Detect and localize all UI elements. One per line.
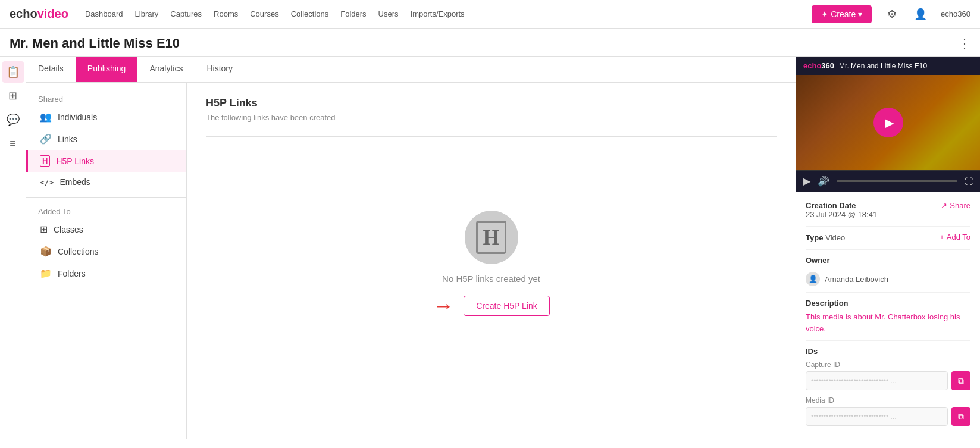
creation-date-label: Creation Date bbox=[806, 201, 877, 210]
content-wrapper: Details Publishing Analytics History Sha… bbox=[26, 57, 980, 439]
meta-divider-4 bbox=[806, 340, 970, 341]
owner-info: 👤 Amanda Leibovich bbox=[806, 272, 970, 286]
sidebar-item-collections[interactable]: 📦 Collections bbox=[26, 240, 186, 262]
meta-divider-2 bbox=[806, 249, 970, 250]
media-id-label: Media ID bbox=[806, 396, 970, 405]
progress-bar[interactable] bbox=[837, 180, 957, 182]
tab-details[interactable]: Details bbox=[26, 57, 76, 82]
play-control-icon[interactable]: ▶ bbox=[803, 176, 810, 187]
empty-state: H No H5P links created yet → Create H5P … bbox=[206, 151, 777, 377]
sidebar-item-classes[interactable]: ⊞ Classes bbox=[26, 218, 186, 240]
nav-users[interactable]: Users bbox=[378, 10, 399, 18]
creation-date-value: 23 Jul 2024 @ 18:41 bbox=[806, 210, 877, 219]
capture-id-input[interactable] bbox=[806, 371, 948, 390]
links-icon: 🔗 bbox=[40, 133, 52, 145]
page-title: Mr. Men and Little Miss E10 bbox=[10, 36, 180, 56]
copy-media-id-button[interactable]: ⧉ bbox=[951, 407, 970, 426]
tab-publishing[interactable]: Publishing bbox=[76, 57, 138, 82]
nav-dashboard[interactable]: Dashboard bbox=[85, 10, 123, 18]
sub-layout: Shared 👥 Individuals 🔗 Links H H5P Links bbox=[26, 83, 796, 439]
added-to-section-label: Added To bbox=[26, 202, 186, 218]
sidebar-icon-clipboard[interactable]: 📋 bbox=[2, 61, 24, 83]
copy-capture-id-button[interactable]: ⧉ bbox=[951, 371, 970, 390]
icon-sidebar: 📋 ⊞ 💬 ≡ bbox=[0, 57, 26, 439]
avatar: 👤 bbox=[806, 272, 820, 286]
play-icon: ▶ bbox=[885, 115, 894, 130]
red-arrow-icon: → bbox=[433, 293, 454, 318]
arrow-button-row: → Create H5P Link bbox=[433, 293, 549, 318]
description-text: This media is about Mr. Chatterbox losin… bbox=[806, 312, 960, 333]
share-button[interactable]: ↗ Share bbox=[941, 201, 970, 210]
video-thumbnail[interactable]: ▶ bbox=[796, 75, 980, 170]
create-button[interactable]: ✦ Create ▾ bbox=[812, 5, 872, 23]
video-preview: echo360 Mr. Men and Little Miss E10 ▶ ▶ … bbox=[796, 57, 980, 192]
create-h5p-button[interactable]: Create H5P Link bbox=[464, 296, 549, 316]
nav-folders[interactable]: Folders bbox=[340, 10, 366, 18]
sidebar-icon-grid[interactable]: ⊞ bbox=[2, 85, 24, 106]
tab-analytics[interactable]: Analytics bbox=[137, 57, 195, 82]
folders-icon: 📁 bbox=[40, 268, 52, 279]
empty-text: No H5P links created yet bbox=[442, 274, 540, 284]
h5p-section-subtitle: The following links have been created bbox=[206, 113, 777, 122]
main-content: H5P Links The following links have been … bbox=[187, 83, 796, 439]
nav-courses[interactable]: Courses bbox=[250, 10, 278, 18]
share-icon: ↗ bbox=[941, 201, 947, 210]
publishing-sidebar: Shared 👥 Individuals 🔗 Links H H5P Links bbox=[26, 83, 187, 439]
echo360-logo: echo360 bbox=[803, 61, 834, 70]
nav-collections[interactable]: Collections bbox=[291, 10, 329, 18]
ids-section: IDs Capture ID ⧉ Media ID ⧉ bbox=[806, 347, 970, 426]
more-options-icon[interactable]: ⋮ bbox=[959, 36, 970, 55]
right-panel: echo360 Mr. Men and Little Miss E10 ▶ ▶ … bbox=[796, 57, 980, 439]
nav-captures[interactable]: Captures bbox=[170, 10, 202, 18]
main-layout: 📋 ⊞ 💬 ≡ Details Publishing Analytics His… bbox=[0, 57, 980, 439]
top-nav: echovideo Dashboard Library Captures Roo… bbox=[0, 0, 980, 29]
play-button[interactable]: ▶ bbox=[873, 108, 903, 137]
video-title-small: Mr. Men and Little Miss E10 bbox=[839, 62, 973, 70]
shared-section-label: Shared bbox=[26, 90, 186, 106]
sidebar-item-embeds[interactable]: </> Embeds bbox=[26, 172, 186, 192]
type-label: Type bbox=[806, 233, 823, 242]
tab-history[interactable]: History bbox=[195, 57, 245, 82]
sidebar-item-folders[interactable]: 📁 Folders bbox=[26, 262, 186, 284]
h5p-empty-icon: H bbox=[465, 211, 518, 264]
nav-imports-exports[interactable]: Imports/Exports bbox=[411, 10, 465, 18]
tabs-row: Details Publishing Analytics History bbox=[26, 57, 796, 83]
sidebar-item-h5p-links[interactable]: H H5P Links bbox=[26, 150, 186, 172]
sidebar-icon-chat[interactable]: 💬 bbox=[2, 109, 24, 130]
video-controls: ▶ 🔊 ⛶ bbox=[796, 170, 980, 192]
add-to-button[interactable]: + Add To bbox=[940, 233, 970, 242]
capture-id-row: Capture ID ⧉ bbox=[806, 361, 970, 390]
type-row: Type Video + Add To bbox=[806, 233, 970, 242]
tabs-and-content: Details Publishing Analytics History Sha… bbox=[26, 57, 796, 439]
meta-divider-3 bbox=[806, 292, 970, 293]
owner-name: Amanda Leibovich bbox=[825, 275, 888, 284]
user-label[interactable]: echo360 bbox=[941, 10, 970, 18]
owner-label: Owner bbox=[806, 256, 829, 265]
fullscreen-icon[interactable]: ⛶ bbox=[965, 177, 973, 186]
plus-icon: + bbox=[940, 233, 944, 242]
type-value: Video bbox=[825, 233, 845, 242]
classes-icon: ⊞ bbox=[40, 224, 48, 235]
individuals-icon: 👥 bbox=[40, 111, 52, 123]
owner-row: Owner bbox=[806, 256, 970, 265]
settings-icon[interactable]: ⚙ bbox=[884, 6, 900, 23]
media-id-input[interactable] bbox=[806, 407, 948, 426]
h5p-section-title: H5P Links bbox=[206, 97, 777, 109]
user-icon[interactable]: 👤 bbox=[912, 6, 929, 23]
h5p-icon: H bbox=[40, 155, 50, 167]
embeds-icon: </> bbox=[40, 178, 54, 187]
page-header: Mr. Men and Little Miss E10 ⋮ bbox=[0, 29, 980, 57]
media-id-input-row: ⧉ bbox=[806, 407, 970, 426]
sidebar-item-individuals[interactable]: 👥 Individuals bbox=[26, 106, 186, 128]
app-logo[interactable]: echovideo bbox=[10, 7, 68, 21]
meta-divider-1 bbox=[806, 226, 970, 227]
media-id-row: Media ID ⧉ bbox=[806, 396, 970, 426]
nav-rooms[interactable]: Rooms bbox=[214, 10, 238, 18]
volume-icon[interactable]: 🔊 bbox=[818, 176, 829, 187]
sidebar-divider bbox=[26, 197, 186, 198]
sidebar-item-links[interactable]: 🔗 Links bbox=[26, 128, 186, 150]
collections-icon: 📦 bbox=[40, 246, 52, 257]
sidebar-icon-list[interactable]: ≡ bbox=[2, 133, 24, 154]
nav-library[interactable]: Library bbox=[135, 10, 159, 18]
description-label: Description bbox=[806, 299, 970, 308]
